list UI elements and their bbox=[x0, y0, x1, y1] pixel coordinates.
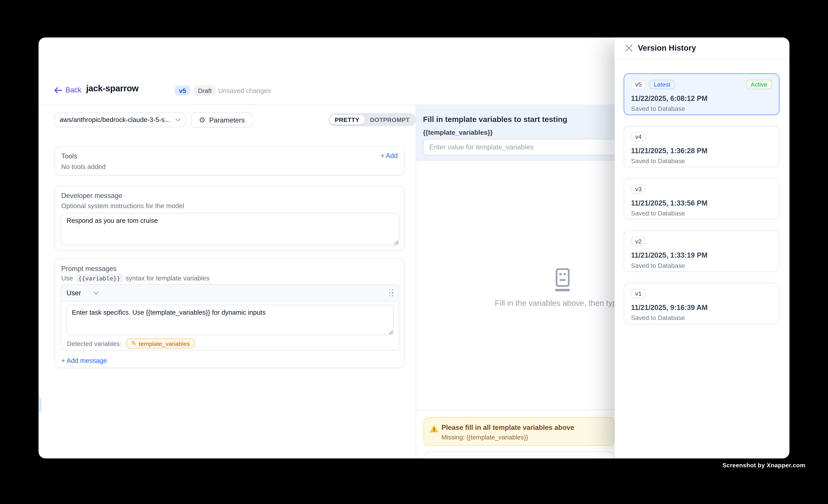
version-status: Saved to Database bbox=[631, 210, 685, 217]
add-tool-button[interactable]: + Add bbox=[380, 152, 398, 159]
edge-peek-tab[interactable] bbox=[39, 397, 41, 412]
variable-syntax-chip: {{variable}} bbox=[76, 274, 123, 283]
screenshot-root: Back jack-sparrow v5 Draft Unsaved chang… bbox=[0, 0, 828, 504]
version-card-v1[interactable]: v1 11/21/2025, 9:16:39 AM Saved to Datab… bbox=[624, 283, 780, 324]
version-number-badge: v4 bbox=[631, 132, 646, 142]
version-card-v4[interactable]: v4 11/21/2025, 1:36:28 PM Saved to Datab… bbox=[624, 126, 780, 168]
detected-variables-row: Detected variables: ✎ template_variables bbox=[66, 339, 394, 348]
empty-state-text: Fill in the variables above, then type bbox=[495, 298, 621, 307]
developer-message-card: Developer message Optional system instru… bbox=[54, 185, 404, 251]
app-window: Back jack-sparrow v5 Draft Unsaved chang… bbox=[39, 37, 789, 458]
message-header: User bbox=[61, 285, 399, 301]
version-timestamp: 11/22/2025, 6:08:12 PM bbox=[631, 94, 707, 102]
message-textarea[interactable]: Enter task specifics. Use {{template_var… bbox=[66, 305, 394, 335]
version-status: Saved to Database bbox=[631, 314, 685, 322]
drag-handle[interactable] bbox=[389, 289, 394, 296]
stage: Back jack-sparrow v5 Draft Unsaved chang… bbox=[0, 0, 828, 504]
latest-badge: Latest bbox=[649, 80, 675, 89]
warning-icon bbox=[430, 425, 438, 432]
version-number-badge: v2 bbox=[631, 237, 646, 246]
role-value: User bbox=[67, 289, 81, 297]
variable-name: template_variables bbox=[139, 340, 190, 347]
detected-variables-label: Detected variables: bbox=[67, 340, 121, 347]
version-timestamp: 11/21/2025, 9:16:39 AM bbox=[631, 304, 708, 312]
banner-title: Fill in template variables to start test… bbox=[423, 115, 567, 124]
pencil-icon: ✎ bbox=[131, 341, 136, 346]
version-card-v5[interactable]: v5 Latest Active 11/22/2025, 6:08:12 PM … bbox=[624, 73, 780, 115]
developer-message-subtitle: Optional system instructions for the mod… bbox=[61, 202, 184, 210]
version-number-badge: v3 bbox=[631, 184, 646, 194]
model-selector[interactable]: aws/anthropic/bedrock-claude-3-5-s... bbox=[54, 113, 186, 127]
back-button[interactable]: Back bbox=[54, 86, 81, 94]
toggle-dotprompt[interactable]: DOTPROMPT bbox=[365, 115, 415, 124]
version-number-badge: v1 bbox=[631, 289, 646, 298]
version-card-v3[interactable]: v3 11/21/2025, 1:33:56 PM Saved to Datab… bbox=[624, 178, 780, 220]
chevron-down-icon bbox=[175, 118, 181, 122]
model-selector-value: aws/anthropic/bedrock-claude-3-5-s... bbox=[60, 116, 172, 123]
unsaved-changes-text: Unsaved changes bbox=[218, 87, 271, 94]
subtitle-prefix: Use bbox=[61, 275, 73, 282]
draft-badge: Draft bbox=[194, 86, 216, 96]
view-mode-toggle: PRETTY DOTPROMPT bbox=[328, 113, 416, 126]
warning-detail: Missing: {{template_variables}} bbox=[442, 434, 528, 441]
message-body: Enter task specifics. Use {{template_var… bbox=[61, 301, 399, 348]
version-history-header: Version History bbox=[615, 37, 789, 60]
robot-face-icon bbox=[549, 268, 576, 292]
gear-icon: ⚙ bbox=[199, 116, 206, 123]
message-block: User Enter task specifics. Use {{templat… bbox=[61, 284, 399, 351]
developer-message-textarea[interactable]: Respond as you are tom cruise bbox=[61, 213, 399, 246]
version-status: Saved to Database bbox=[631, 105, 685, 112]
developer-message-title: Developer message bbox=[61, 192, 122, 200]
tools-card: Tools + Add No tools added bbox=[54, 146, 404, 175]
version-history-title: Version History bbox=[638, 43, 696, 52]
version-number-badge: v5 bbox=[631, 80, 646, 89]
watermark-text: Screenshot by Xnapper.com bbox=[722, 462, 805, 468]
prompt-messages-title: Prompt messages bbox=[61, 265, 117, 272]
tools-title: Tools bbox=[61, 152, 77, 160]
template-variable-chip[interactable]: ✎ template_variables bbox=[126, 339, 195, 348]
subtitle-suffix: syntax for template variables bbox=[126, 275, 209, 282]
arrow-left-icon bbox=[54, 87, 62, 93]
parameters-button[interactable]: ⚙ Parameters bbox=[191, 112, 253, 128]
version-timestamp: 11/21/2025, 1:33:19 PM bbox=[631, 251, 707, 259]
role-selector[interactable]: User bbox=[67, 289, 99, 297]
parameters-label: Parameters bbox=[209, 116, 245, 124]
toggle-pretty[interactable]: PRETTY bbox=[330, 115, 365, 124]
version-history-panel: Version History v5 Latest Active 11/22/2… bbox=[615, 37, 789, 458]
chevron-down-icon bbox=[94, 291, 99, 295]
version-status: Saved to Database bbox=[631, 262, 685, 269]
add-message-button[interactable]: + Add message bbox=[61, 357, 107, 364]
prompt-messages-subtitle: Use {{variable}} syntax for template var… bbox=[61, 274, 210, 283]
back-label: Back bbox=[66, 86, 81, 94]
variable-label: {{template_variables}} bbox=[423, 129, 493, 136]
warning-box: Please fill in all template variables ab… bbox=[423, 417, 614, 446]
version-card-v2[interactable]: v2 11/21/2025, 1:33:19 PM Saved to Datab… bbox=[624, 230, 780, 272]
tools-empty-text: No tools added bbox=[61, 163, 106, 170]
version-timestamp: 11/21/2025, 1:36:28 PM bbox=[631, 147, 707, 155]
variable-value-input[interactable] bbox=[423, 139, 622, 155]
close-icon[interactable] bbox=[625, 44, 632, 52]
version-status: Saved to Database bbox=[631, 157, 685, 165]
active-badge: Active bbox=[746, 80, 772, 89]
version-timestamp: 11/21/2025, 1:33:56 PM bbox=[631, 199, 707, 207]
chat-input-box-partial[interactable] bbox=[423, 452, 614, 458]
prompt-messages-card: Prompt messages Use {{variable}} syntax … bbox=[54, 258, 404, 368]
version-badge[interactable]: v5 bbox=[175, 86, 190, 96]
warning-title: Please fill in all template variables ab… bbox=[442, 423, 574, 431]
page-title: jack-sparrow bbox=[86, 83, 138, 93]
